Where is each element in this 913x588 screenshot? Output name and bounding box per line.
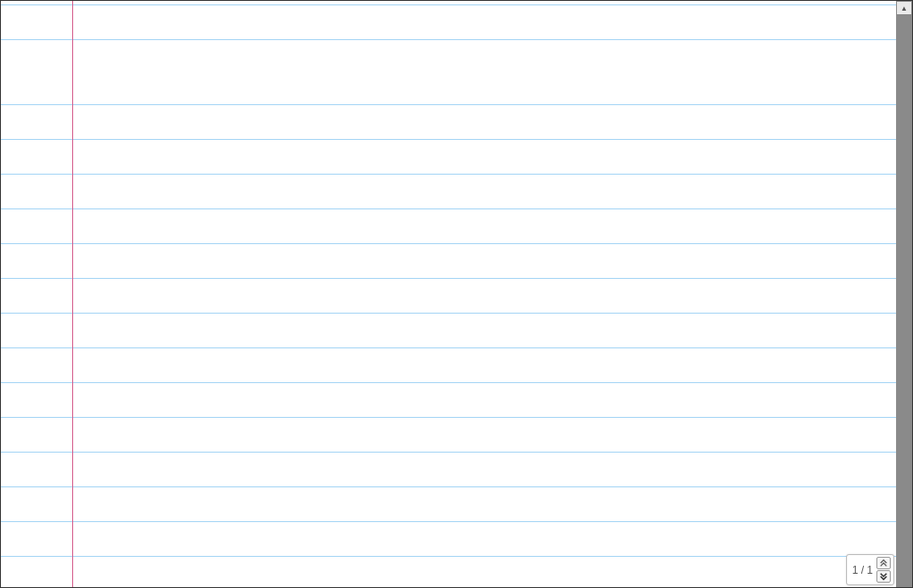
margin-line: [72, 1, 73, 587]
vertical-scrollbar[interactable]: [896, 1, 912, 587]
page-number-text: 1 / 1: [852, 564, 873, 576]
chevron-double-down-icon: [879, 572, 888, 581]
page-up-button[interactable]: [876, 557, 891, 569]
chevron-double-up-icon: [879, 559, 888, 568]
ruled-lines: [1, 1, 896, 587]
page-indicator: 1 / 1: [846, 554, 894, 585]
document-viewport: 1 / 1: [0, 0, 913, 588]
scrollbar-up-button[interactable]: [896, 1, 912, 15]
notebook-paper[interactable]: [1, 1, 896, 587]
page-down-button[interactable]: [876, 570, 891, 583]
page-nav-buttons: [876, 557, 891, 583]
